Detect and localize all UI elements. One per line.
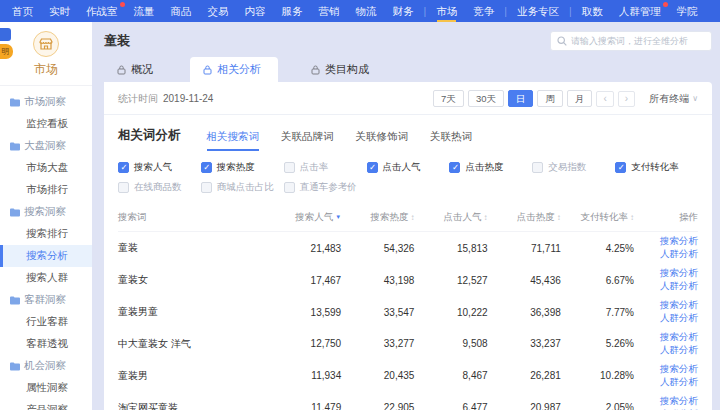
top-nav-item[interactable]: 服务 [274, 0, 311, 22]
search-analysis-link[interactable]: 搜索分析 [660, 268, 698, 279]
top-nav-item[interactable]: 市场 [428, 0, 465, 22]
checkbox-icon[interactable] [118, 162, 129, 173]
top-nav-item-label: 商品 [171, 5, 192, 17]
checkbox-icon[interactable] [201, 182, 212, 193]
sidebar-item[interactable]: 客群透视 [0, 333, 92, 355]
crowd-analysis-link[interactable]: 人群分析 [660, 313, 698, 324]
table-header-cell[interactable]: 操作 [634, 211, 698, 224]
checkbox-icon[interactable] [201, 162, 212, 173]
sidebar-item[interactable]: 监控看板 [0, 113, 92, 135]
metric-checkbox[interactable]: 支付转化率 [615, 161, 698, 174]
search-analysis-link[interactable]: 搜索分析 [660, 332, 698, 343]
date-range-button[interactable]: 周 [537, 90, 563, 107]
search-input[interactable] [571, 36, 705, 46]
date-range-button[interactable]: 30天 [468, 90, 504, 107]
top-nav-item[interactable]: 内容 [237, 0, 274, 22]
metric-checkbox[interactable]: 搜索人气 [118, 161, 201, 174]
analysis-tab[interactable]: 类目构成 [298, 57, 386, 82]
top-nav-item[interactable]: 商品 [163, 0, 200, 22]
top-nav-item[interactable]: 业务专区 [509, 0, 567, 22]
sidebar-item[interactable]: 搜索人群 [0, 267, 92, 289]
metric-checkbox[interactable]: 商城点击占比 [201, 181, 284, 194]
sidebar-item[interactable]: 产品洞察 [0, 399, 92, 410]
table-header-cell[interactable]: 点击热度 [488, 211, 561, 224]
search-analysis-link[interactable]: 搜索分析 [660, 300, 698, 311]
top-nav-item[interactable]: 营销 [311, 0, 348, 22]
table-header-cell[interactable]: 搜索热度 [341, 211, 414, 224]
top-nav-item[interactable]: 物流 [348, 0, 385, 22]
checkbox-icon[interactable] [284, 162, 295, 173]
related-word-subtab[interactable]: 关联修饰词 [356, 130, 409, 151]
prev-date-button[interactable]: ‹ [596, 91, 613, 107]
checkbox-icon[interactable] [284, 182, 295, 193]
date-range-button[interactable]: 月 [567, 90, 593, 107]
search-analysis-link[interactable]: 搜索分析 [660, 364, 698, 375]
checkbox-icon[interactable] [449, 162, 460, 173]
top-nav-item[interactable]: 实时 [41, 0, 78, 22]
sidebar-item[interactable]: 搜索分析 [0, 245, 92, 267]
keyword-search-box[interactable] [550, 31, 712, 51]
analysis-tab[interactable]: 相关分析 [190, 57, 278, 82]
crowd-analysis-link[interactable]: 人群分析 [660, 377, 698, 388]
sidebar-item-label: 产品洞察 [26, 403, 68, 410]
metric-checkbox[interactable]: 搜索热度 [201, 161, 284, 174]
crowd-analysis-link[interactable]: 人群分析 [660, 281, 698, 292]
search-analysis-link[interactable]: 搜索分析 [660, 236, 698, 247]
sidebar-item[interactable]: 客群洞察 [0, 289, 92, 311]
sidebar-item[interactable]: 搜索洞察 [0, 201, 92, 223]
analysis-tab[interactable]: 概况 [104, 57, 170, 82]
table-header-cell[interactable]: 点击人气 [414, 211, 487, 224]
top-nav-item[interactable]: 财务 [385, 0, 422, 22]
metric-checkbox[interactable]: 直通车参考价 [284, 181, 367, 194]
folder-icon [10, 208, 20, 217]
date-range-button[interactable]: 日 [508, 90, 534, 107]
top-nav-item[interactable]: 作战室 [78, 0, 126, 22]
top-nav-item[interactable]: 人群管理 [611, 0, 669, 22]
metric-checkbox[interactable]: 在线商品数 [118, 181, 201, 194]
related-word-subtab[interactable]: 关联热词 [430, 130, 472, 151]
crowd-analysis-link[interactable]: 人群分析 [660, 345, 698, 356]
version-badge[interactable]: 明 [0, 44, 13, 59]
next-date-button[interactable]: › [618, 91, 635, 107]
crowd-analysis-link[interactable]: 人群分析 [660, 249, 698, 260]
top-nav-item[interactable]: | [422, 0, 429, 22]
sidebar-item[interactable]: 搜索排行 [0, 223, 92, 245]
related-word-subtab[interactable]: 关联品牌词 [281, 130, 334, 151]
pay-conversion-cell: 7.77% [561, 307, 634, 318]
top-nav-item[interactable]: 首页 [4, 0, 41, 22]
top-nav-item[interactable]: 流量 [126, 0, 163, 22]
sidebar-item[interactable]: 市场洞察 [0, 91, 92, 113]
sidebar-item[interactable]: 机会洞察 [0, 355, 92, 377]
sidebar-item[interactable]: 属性洞察 [0, 377, 92, 399]
table-header-cell[interactable]: 搜索人气 [268, 211, 341, 224]
sidebar-item[interactable]: 大盘洞察 [0, 135, 92, 157]
terminal-select[interactable]: 所有终端 ∨ [649, 92, 698, 106]
sidebar-item-label: 客群透视 [26, 337, 68, 351]
sidebar-item[interactable]: 市场排行 [0, 179, 92, 201]
related-word-subtab[interactable]: 相关搜索词 [207, 130, 260, 151]
top-nav-item[interactable]: 取数 [574, 0, 611, 22]
table-header-cell[interactable]: 支付转化率 [561, 211, 634, 224]
checkbox-icon[interactable] [118, 182, 129, 193]
sidebar-item[interactable]: 行业客群 [0, 311, 92, 333]
table-header-cell[interactable]: 搜索词 [118, 211, 268, 224]
search-analysis-link[interactable]: 搜索分析 [660, 396, 698, 407]
checkbox-icon[interactable] [532, 162, 543, 173]
metric-checkbox[interactable]: 点击人气 [367, 161, 450, 174]
top-nav-item[interactable]: 学院 [669, 0, 706, 22]
top-nav-item[interactable]: | [502, 0, 509, 22]
metric-checkbox[interactable]: 点击热度 [449, 161, 532, 174]
sidebar-item[interactable]: 市场大盘 [0, 157, 92, 179]
top-nav-item-label: 市场 [436, 5, 457, 17]
top-nav-item[interactable]: 交易 [200, 0, 237, 22]
sidebar-item-label: 客群洞察 [24, 293, 66, 307]
sidebar-header: 市场 [0, 22, 92, 85]
metric-checkbox[interactable]: 点击率 [284, 161, 367, 174]
top-nav-item[interactable]: | [567, 0, 574, 22]
checkbox-icon[interactable] [615, 162, 626, 173]
top-nav-item[interactable]: 竞争 [465, 0, 502, 22]
checkbox-icon[interactable] [367, 162, 378, 173]
metric-checkbox[interactable]: 交易指数 [532, 161, 615, 174]
stat-time-value: 2019-11-24 [163, 93, 213, 104]
date-range-button[interactable]: 7天 [433, 90, 464, 107]
